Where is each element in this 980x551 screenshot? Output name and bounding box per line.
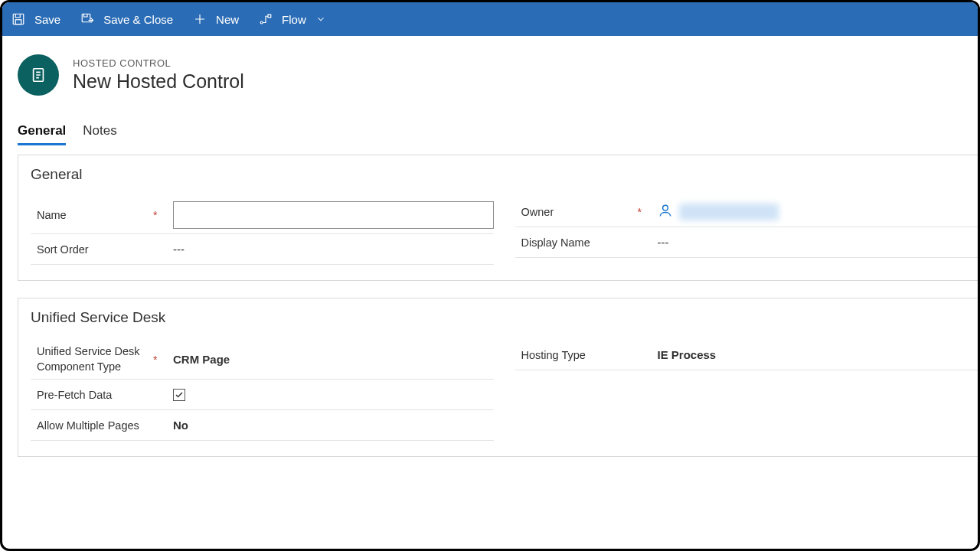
sort-order-label: Sort Order [31, 243, 153, 256]
hosting-type-value[interactable]: IE Process [652, 348, 978, 361]
svg-rect-1 [15, 20, 21, 24]
field-name: Name * [31, 197, 494, 234]
new-button[interactable]: New [193, 12, 239, 26]
required-marker: * [153, 209, 167, 221]
save-icon [11, 12, 25, 26]
field-owner: Owner * [515, 197, 978, 227]
name-label: Name [31, 209, 153, 221]
entity-icon [18, 54, 59, 96]
field-sort-order: Sort Order --- [31, 234, 494, 265]
field-prefetch: Pre-Fetch Data [31, 380, 494, 410]
name-input[interactable] [173, 201, 494, 229]
svg-rect-4 [268, 15, 271, 18]
save-close-button[interactable]: Save & Close [80, 12, 173, 26]
flow-icon [259, 12, 273, 26]
save-button[interactable]: Save [11, 12, 60, 26]
plus-icon [193, 12, 207, 26]
field-hosting-type: Hosting Type IE Process [515, 340, 978, 370]
required-marker: * [153, 354, 167, 366]
sort-order-value[interactable]: --- [167, 243, 494, 256]
owner-label: Owner [515, 206, 638, 218]
tab-bar: General Notes [2, 102, 978, 145]
allow-multiple-value[interactable]: No [167, 419, 494, 432]
owner-pill [679, 204, 779, 220]
tab-notes[interactable]: Notes [83, 123, 116, 145]
person-icon [658, 203, 673, 220]
prefetch-checkbox[interactable] [173, 389, 185, 401]
page-header: HOSTED CONTROL New Hosted Control [2, 36, 978, 102]
section-usd-title: Unified Service Desk [31, 309, 978, 326]
owner-value[interactable] [652, 203, 978, 220]
component-type-label: Unified Service Desk Component Type [31, 344, 153, 374]
field-allow-multiple: Allow Multiple Pages No [31, 410, 494, 441]
chevron-down-icon [315, 14, 326, 24]
svg-point-3 [260, 21, 263, 24]
entity-type-label: HOSTED CONTROL [73, 57, 244, 69]
save-label: Save [34, 13, 60, 26]
allow-multiple-label: Allow Multiple Pages [31, 419, 153, 432]
display-name-label: Display Name [515, 236, 638, 249]
form-area: General Name * Sort Order --- Own [2, 145, 978, 457]
new-label: New [216, 13, 239, 26]
svg-rect-0 [13, 14, 24, 24]
save-close-label: Save & Close [103, 13, 173, 26]
flow-button[interactable]: Flow [259, 12, 326, 26]
command-bar: Save Save & Close New Flow [2, 2, 978, 36]
section-usd: Unified Service Desk Unified Service Des… [18, 298, 978, 457]
hosting-type-label: Hosting Type [515, 349, 638, 361]
field-display-name: Display Name --- [515, 227, 978, 258]
svg-rect-2 [82, 14, 90, 22]
display-name-value[interactable]: --- [652, 236, 978, 249]
prefetch-label: Pre-Fetch Data [31, 389, 153, 401]
save-close-icon [80, 12, 94, 26]
section-general: General Name * Sort Order --- Own [18, 155, 978, 281]
field-component-type: Unified Service Desk Component Type * CR… [31, 340, 494, 380]
required-marker: * [638, 206, 652, 218]
tab-general[interactable]: General [18, 123, 66, 145]
component-type-value[interactable]: CRM Page [167, 353, 494, 366]
page-title: New Hosted Control [73, 70, 244, 93]
check-icon [175, 390, 184, 399]
svg-point-6 [662, 205, 668, 210]
section-general-title: General [31, 166, 978, 183]
flow-label: Flow [282, 13, 306, 26]
